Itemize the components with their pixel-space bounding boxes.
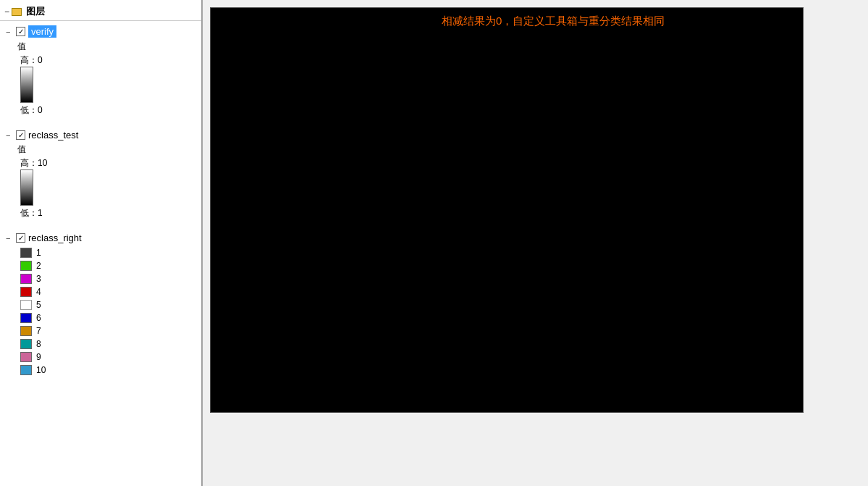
legend-color-box [20,313,32,323]
annotation-text: 相减结果为0，自定义工具箱与重分类结果相同 [442,14,665,28]
legend-label: 7 [36,326,41,336]
verify-checkbox[interactable] [16,27,25,36]
legend-label: 5 [36,300,41,310]
layer-verify: − verify 值 高：0 低：0 [0,24,201,122]
reclass-test-properties: 值 高：10 低：1 [0,142,201,225]
legend-label: 1 [36,248,41,258]
legend-label: 4 [36,287,41,297]
sidebar: − 图层 − verify 值 高：0 低：0 − [0,0,203,486]
legend-item: 8 [20,338,184,351]
verify-expand-icon[interactable]: − [6,28,13,36]
folder-icon [12,8,22,16]
legend-color-box [20,300,32,310]
legend-color-box [20,261,32,271]
legend-color-box [20,326,32,336]
legend-item: 2 [20,259,184,272]
verify-low-value: 低：0 [20,104,43,117]
reclass-test-color-bar [20,169,33,206]
legend-label: 9 [36,352,41,362]
verify-high-value: 高：0 [20,54,43,67]
layer-reclass-test: − reclass_test 值 高：10 低：1 [0,128,201,225]
verify-layer-name: verify [28,25,56,38]
layer-reclass-test-title-row[interactable]: − reclass_test [0,128,201,142]
reclass-test-high-value: 高：10 [20,157,47,169]
verify-color-bar [20,67,33,103]
reclass-test-expand-icon[interactable]: − [6,131,13,140]
verify-properties: 值 高：0 低：0 [0,39,201,122]
reclass-right-layer-name: reclass_right [28,232,82,243]
reclass-right-expand-icon[interactable]: − [6,234,13,243]
legend-color-box [20,365,32,375]
map-display[interactable] [210,7,804,413]
reclass-test-color-bar-container: 高：10 低：1 [20,157,184,219]
legend-label: 6 [36,313,41,323]
legend-color-box [20,274,32,284]
legend-color-box [20,248,32,258]
verify-color-bar-container: 高：0 低：0 [20,54,184,117]
layer-verify-title-row[interactable]: − verify [0,24,201,39]
legend-color-box [20,339,32,349]
layer-reclass-right-title-row[interactable]: − reclass_right [0,231,201,245]
legend-color-box [20,287,32,297]
legend-item: 6 [20,311,184,324]
reclass-test-prop-label: 值 [17,143,184,156]
reclass-test-layer-name: reclass_test [28,130,78,141]
legend-label: 8 [36,339,41,349]
verify-prop-label: 值 [17,41,184,53]
legend-item: 7 [20,324,184,338]
reclass-test-checkbox[interactable] [16,130,25,140]
legend-item: 4 [20,285,184,298]
reclass-right-legend: 12345678910 [0,245,201,382]
legend-label: 3 [36,274,41,284]
collapse-layers-icon[interactable]: − [4,7,9,17]
legend-item: 9 [20,351,184,364]
legend-item: 1 [20,246,184,259]
reclass-test-low-value: 低：1 [20,207,43,219]
legend-item: 10 [20,364,184,377]
reclass-right-checkbox[interactable] [16,233,25,243]
legend-color-box [20,352,32,362]
legend-label: 2 [36,261,41,271]
legend-item: 3 [20,272,184,285]
map-canvas: 相减结果为0，自定义工具箱与重分类结果相同 [203,0,868,486]
layer-reclass-right: − reclass_right 12345678910 [0,231,201,382]
layers-title: 图层 [26,5,45,18]
layers-header: − 图层 [0,3,201,21]
legend-item: 5 [20,298,184,311]
legend-label: 10 [36,365,46,375]
